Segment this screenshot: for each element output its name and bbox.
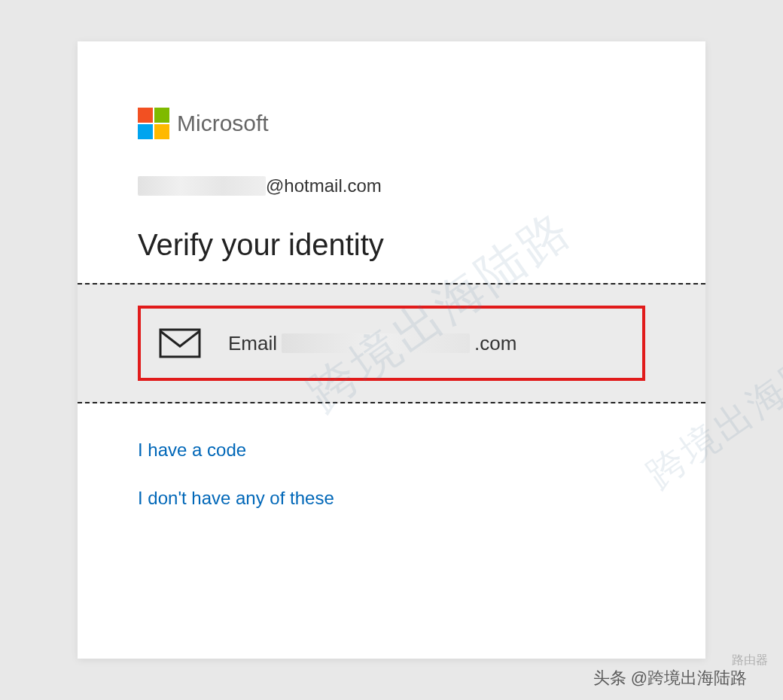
no-options-link[interactable]: I don't have any of these — [138, 488, 334, 509]
email-option-redacted — [282, 333, 470, 353]
attribution-text: 头条 @跨境出海陆路 — [593, 667, 747, 689]
page-title: Verify your identity — [138, 228, 645, 262]
email-option-suffix: .com — [474, 332, 516, 355]
header-section: Microsoft @hotmail.com Verify your ident… — [78, 41, 705, 262]
links-section: I have a code I don't have any of these — [78, 403, 705, 509]
account-domain: @hotmail.com — [266, 175, 382, 196]
email-option-text: Email .com — [228, 332, 516, 355]
mail-icon — [159, 328, 201, 358]
svg-rect-0 — [160, 330, 200, 357]
microsoft-logo-text: Microsoft — [177, 111, 269, 136]
email-verification-option[interactable]: Email .com — [138, 306, 645, 381]
email-option-prefix: Email — [228, 332, 277, 355]
microsoft-logo-icon — [138, 108, 169, 139]
account-redacted-prefix — [138, 176, 266, 196]
verification-option-band: Email .com — [78, 283, 705, 403]
router-tag: 路由器 — [732, 653, 768, 668]
auth-card: Microsoft @hotmail.com Verify your ident… — [78, 41, 705, 659]
microsoft-logo: Microsoft — [138, 108, 645, 139]
have-code-link[interactable]: I have a code — [138, 440, 246, 461]
account-identifier: @hotmail.com — [138, 175, 645, 196]
